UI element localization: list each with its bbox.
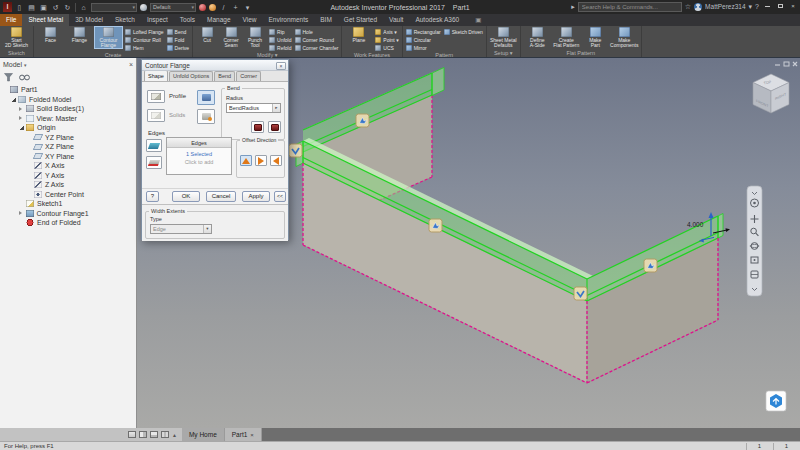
help-icon[interactable]: ? xyxy=(755,3,759,10)
make-components-button[interactable]: Make Components xyxy=(611,27,638,48)
hem-button[interactable]: Hem xyxy=(125,44,164,51)
loop-select-mode-button[interactable] xyxy=(146,156,162,169)
sketch-driven-button[interactable]: Sketch Driven xyxy=(444,28,483,35)
ribbon-tab-vault[interactable]: Vault xyxy=(383,14,409,26)
face-button[interactable]: Face xyxy=(37,27,64,48)
ribbon-tab-bim[interactable]: BIM xyxy=(314,14,338,26)
tree-item-folded-model[interactable]: Folded Model xyxy=(0,95,136,105)
apply-button[interactable]: Apply xyxy=(242,191,270,202)
bend-radius-input[interactable]: BendRadius ▸ xyxy=(226,103,281,113)
solids-select-button[interactable] xyxy=(147,109,165,122)
ribbon-tab-manage[interactable]: Manage xyxy=(201,14,237,26)
corner-round-button[interactable]: Corner Round xyxy=(295,36,339,43)
contour-roll-button[interactable]: Contour Roll xyxy=(125,36,164,43)
minimize-button[interactable] xyxy=(762,2,772,11)
edges-selection-list[interactable]: Edges 1 Selected Click to add xyxy=(166,137,232,175)
sheet-metal-defaults-button[interactable]: Sheet Metal Defaults xyxy=(490,27,517,48)
ribbon-tab-view[interactable]: View xyxy=(237,14,263,26)
rip-button[interactable]: Rip xyxy=(269,28,291,35)
edge-marker-back[interactable] xyxy=(356,114,369,127)
lofted-flange-button[interactable]: Lofted Flange xyxy=(125,28,164,35)
material-select[interactable] xyxy=(91,3,137,12)
edge-select-mode-button[interactable] xyxy=(146,139,162,152)
expander-closed-icon[interactable] xyxy=(19,211,22,215)
ribbon-tab-inspect[interactable]: Inspect xyxy=(141,14,174,26)
ribbon-tab-environments[interactable]: Environments xyxy=(263,14,315,26)
tree-item-part1[interactable]: Part1 xyxy=(0,85,136,95)
dialog-tab-shape[interactable]: Shape xyxy=(144,70,168,81)
tree-item-z-axis[interactable]: Z Axis xyxy=(0,180,136,190)
ribbon-tab-sketch[interactable]: Sketch xyxy=(109,14,141,26)
tree-item-view-master[interactable]: View: Master xyxy=(0,114,136,124)
plane-button[interactable]: Plane xyxy=(345,27,372,43)
filter-icon[interactable] xyxy=(4,73,13,82)
doc-restore-icon[interactable] xyxy=(784,62,789,66)
view-cube[interactable]: TOP FRONT RIGHT xyxy=(753,74,789,113)
rectangular-button[interactable]: Rectangular xyxy=(406,28,441,35)
color-orange-icon[interactable] xyxy=(209,4,216,11)
tree-item-yz-plane[interactable]: YZ Plane xyxy=(0,133,136,143)
doc-tab-my-home[interactable]: My Home xyxy=(182,428,225,441)
user-avatar-icon[interactable] xyxy=(694,3,702,11)
restore-button[interactable] xyxy=(775,2,785,11)
edges-selected-count[interactable]: 1 Selected xyxy=(167,151,231,157)
doc-tab-part1[interactable]: Part1× xyxy=(225,428,262,441)
edge-marker-rightwall[interactable] xyxy=(644,259,657,272)
flange-button[interactable]: Flange xyxy=(66,27,93,48)
ribbon-tab-get-started[interactable]: Get Started xyxy=(338,14,383,26)
axis-button[interactable]: Axis ▾ xyxy=(375,28,398,35)
corner-marker-left[interactable] xyxy=(289,144,302,157)
redo-icon[interactable]: ↻ xyxy=(63,3,72,12)
undo-icon[interactable]: ↺ xyxy=(51,3,60,12)
width-type-dropdown-icon[interactable]: ▾ xyxy=(203,225,211,233)
bend-radius-flyout-icon[interactable]: ▸ xyxy=(272,104,280,112)
derive-button[interactable]: Derive xyxy=(167,44,189,51)
ribbon-tab-tools[interactable]: Tools xyxy=(174,14,201,26)
save-icon[interactable]: ▣ xyxy=(39,3,48,12)
less-options-button[interactable]: << xyxy=(274,191,286,202)
cancel-button[interactable]: Cancel xyxy=(206,191,236,202)
offset-inside-button[interactable] xyxy=(255,155,267,166)
point-button[interactable]: Point ▾ xyxy=(375,36,398,43)
hole-button[interactable]: Hole xyxy=(295,28,339,35)
browser-dropdown-icon[interactable]: ▾ xyxy=(24,62,27,68)
doc-tab-close-icon[interactable]: × xyxy=(250,432,254,438)
edge-marker-front[interactable] xyxy=(429,219,442,232)
profile-select-button[interactable] xyxy=(147,90,165,103)
refold-button[interactable]: Refold xyxy=(269,44,291,51)
find-icon[interactable] xyxy=(19,73,30,82)
inventor-logo[interactable]: I xyxy=(3,2,12,12)
tile-vertical-icon[interactable] xyxy=(139,431,147,438)
width-type-select[interactable]: Edge ▾ xyxy=(150,224,212,234)
user-name[interactable]: MattPerez314 xyxy=(705,3,745,10)
circular-button[interactable]: Circular xyxy=(406,36,441,43)
bend-direction-left-button[interactable] xyxy=(251,121,264,133)
offset-outside-button[interactable] xyxy=(270,155,282,166)
edges-click-to-add[interactable]: Click to add xyxy=(167,159,231,165)
dialog-tab-bend[interactable]: Bend xyxy=(214,71,235,81)
tree-item-end-of-folded[interactable]: End of Folded xyxy=(0,218,136,228)
tree-item-y-axis[interactable]: Y Axis xyxy=(0,171,136,181)
corner-marker-right[interactable] xyxy=(574,287,587,300)
home-icon[interactable]: ⌂ xyxy=(79,3,88,12)
tree-item-x-axis[interactable]: X Axis xyxy=(0,161,136,171)
output-solid-button[interactable] xyxy=(197,90,215,105)
tree-item-contour-flange1[interactable]: Contour Flange1 xyxy=(0,209,136,219)
search-input[interactable] xyxy=(578,2,682,12)
define-a-side-button[interactable]: Define A-Side xyxy=(524,27,551,48)
expander-closed-icon[interactable] xyxy=(19,107,22,111)
browser-close-icon[interactable]: × xyxy=(129,61,133,68)
tree-item-sketch1[interactable]: Sketch1 xyxy=(0,199,136,209)
start-2d-sketch-button[interactable]: Start 2D Sketch xyxy=(3,27,30,48)
cut-button[interactable]: Cut xyxy=(196,27,218,48)
bend-button[interactable]: Bend xyxy=(167,28,189,35)
mirror-button[interactable]: Mirror xyxy=(406,44,441,51)
tile-horizontal-icon[interactable] xyxy=(150,431,158,438)
tree-item-xz-plane[interactable]: XZ Plane xyxy=(0,142,136,152)
expander-open-icon[interactable] xyxy=(11,97,16,102)
annotate-pencil-icon[interactable]: / xyxy=(219,3,228,12)
output-surface-button[interactable] xyxy=(197,109,215,124)
offset-both-button[interactable] xyxy=(240,155,252,166)
expander-open-icon[interactable] xyxy=(19,125,24,130)
browser-title[interactable]: Model xyxy=(3,61,22,68)
